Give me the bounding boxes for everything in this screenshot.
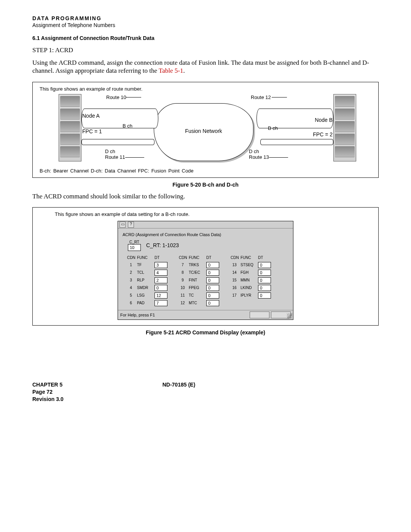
status-boxes (250, 312, 291, 318)
dch-pipe-right (260, 139, 333, 145)
dt-input[interactable]: 0 (206, 262, 219, 268)
dch-pipe-left (81, 139, 155, 145)
footer-chapter: CHAPTER 5 (32, 381, 64, 388)
table-reference-link[interactable]: Table 5-1 (159, 67, 183, 74)
cdn-cell: 8 (179, 270, 186, 275)
dt-input[interactable]: 0 (258, 292, 271, 299)
bch-right-label: B ch (268, 125, 278, 131)
cdn-cell: 15 (231, 278, 238, 282)
figure-1-note: This figure shows an example of route nu… (40, 86, 371, 92)
node-a-rack-icon (59, 94, 81, 161)
cdn-cell: 6 (127, 301, 135, 305)
crt-label: C_RT (129, 240, 139, 244)
dt-input[interactable]: 0 (258, 270, 271, 276)
data-row: 17IPLYR0 (231, 292, 271, 299)
func-cell: TCL (137, 270, 152, 275)
data-row: 10FPEG0 (179, 284, 219, 292)
func-cell: RLP (137, 278, 152, 282)
node-b-rack-icon (333, 94, 356, 161)
page-header-title: DATA PROGRAMMING (32, 15, 379, 21)
dt-input[interactable]: 3 (155, 262, 167, 268)
figure-5-20-caption: Figure 5-20 B-ch and D-ch (32, 182, 379, 188)
cdn-cell: 16 (231, 286, 238, 290)
body-para-text-b: . (183, 67, 185, 74)
route-10-label: Route 10 (106, 94, 126, 100)
dt-input[interactable]: 0 (155, 285, 167, 291)
footer-revision: Revision 3.0 (32, 396, 64, 403)
func-cell: MTC (189, 301, 204, 305)
acrd-window-title: ACRD (Assignment of Connection Route Cla… (123, 232, 288, 237)
data-row: 11TC0 (179, 292, 219, 299)
cdn-cell: 3 (127, 278, 135, 282)
toolbar-open-icon[interactable]: ▭ (119, 222, 126, 228)
body-paragraph-1: Using the ACRD command, assign the conne… (32, 59, 379, 75)
col-header: CDNFUNCDT (179, 256, 219, 260)
data-row: 5LSG12 (127, 292, 167, 299)
figure-5-21-caption: Figure 5-21 ACRD Command Display (exampl… (32, 329, 379, 335)
dt-input[interactable]: 12 (155, 292, 167, 299)
toolbar-help-icon[interactable]: ? (128, 222, 134, 228)
data-row: 1TF3 (127, 261, 167, 269)
footer-docid: ND-70185 (E) (162, 381, 195, 388)
route-12-label: Route 12 (251, 94, 271, 100)
cdn-cell: 13 (231, 263, 238, 267)
route-11-label: Route 11 (105, 154, 125, 160)
fusion-network-cloud: Fusion Network (154, 103, 253, 161)
col-header: CDNFUNCDT (231, 256, 271, 260)
crt-description: C_RT: 1-1023 (146, 242, 179, 248)
fusion-network-label: Fusion Network (185, 128, 222, 134)
dt-input[interactable]: 0 (206, 292, 219, 299)
dt-input[interactable]: 4 (155, 270, 167, 276)
func-cell: SMDR (137, 286, 152, 290)
figure-2-note: This figure shows an example of data set… (55, 211, 371, 217)
figure-5-21-box: This figure shows an example of data set… (32, 207, 379, 326)
cdn-cell: 12 (179, 301, 186, 305)
cdn-cell: 7 (179, 263, 186, 267)
step-label: STEP 1: ACRD (32, 46, 379, 54)
func-cell: FINT (189, 278, 204, 282)
data-row: 7TRKS0 (179, 261, 219, 269)
data-row: 8TC/EC0 (179, 269, 219, 276)
cdn-cell: 14 (231, 270, 238, 275)
page-footer: CHAPTER 5 Page 72 Revision 3.0 ND-70185 … (32, 381, 379, 403)
dt-input[interactable]: 7 (155, 300, 167, 306)
footer-page: Page 72 (32, 388, 64, 396)
data-row: 12MTC0 (179, 299, 219, 307)
col-header: CDNFUNCDT (127, 256, 167, 260)
dt-input[interactable]: 2 (155, 277, 167, 283)
node-a-label: Node A (82, 113, 100, 119)
data-row: 4SMDR0 (127, 284, 167, 292)
cdn-cell: 4 (127, 286, 135, 290)
dt-input[interactable]: 0 (258, 285, 271, 291)
func-cell: IPLYR (241, 293, 256, 297)
mid-paragraph: The ACRD command should look similar to … (32, 192, 379, 200)
resize-handle-icon[interactable] (287, 313, 292, 319)
data-row: 16LKIND0 (231, 284, 271, 292)
dt-input[interactable]: 0 (206, 300, 219, 306)
status-text: For Help, press F1 (120, 313, 155, 317)
data-row: 15MMN0 (231, 276, 271, 284)
func-cell: FPEG (189, 286, 204, 290)
cdn-cell: 5 (127, 293, 135, 297)
data-row: 6PAD7 (127, 299, 167, 307)
data-row: 14FGH0 (231, 269, 271, 276)
acrd-data-grid: CDNFUNCDT1TF32TCL43RLP24SMDR05LSG126PAD7… (127, 256, 288, 307)
func-cell: TC/EC (189, 270, 204, 275)
func-cell: STSEQ (241, 263, 256, 267)
body-para-text-a: Using the ACRD command, assign the conne… (32, 59, 369, 74)
acrd-window: ▭ ? ACRD (Assignment of Connection Route… (118, 221, 293, 320)
func-cell: TRKS (189, 263, 204, 267)
section-heading: 6.1 Assignment of Connection Route/Trunk… (32, 35, 379, 41)
page-header-subtitle: Assignment of Telephone Numbers (32, 22, 379, 28)
dch-right-label: D ch (249, 149, 259, 154)
dt-input[interactable]: 0 (258, 262, 271, 268)
func-cell: PAD (137, 301, 152, 305)
dt-input[interactable]: 0 (258, 277, 271, 283)
func-cell: LKIND (241, 286, 256, 290)
crt-input[interactable]: 10 (128, 244, 141, 251)
dt-input[interactable]: 0 (206, 270, 219, 276)
dt-input[interactable]: 0 (206, 285, 219, 291)
acrd-toolbar: ▭ ? (118, 221, 293, 228)
dt-input[interactable]: 0 (206, 277, 219, 283)
dch-left-label: D ch (105, 149, 115, 154)
